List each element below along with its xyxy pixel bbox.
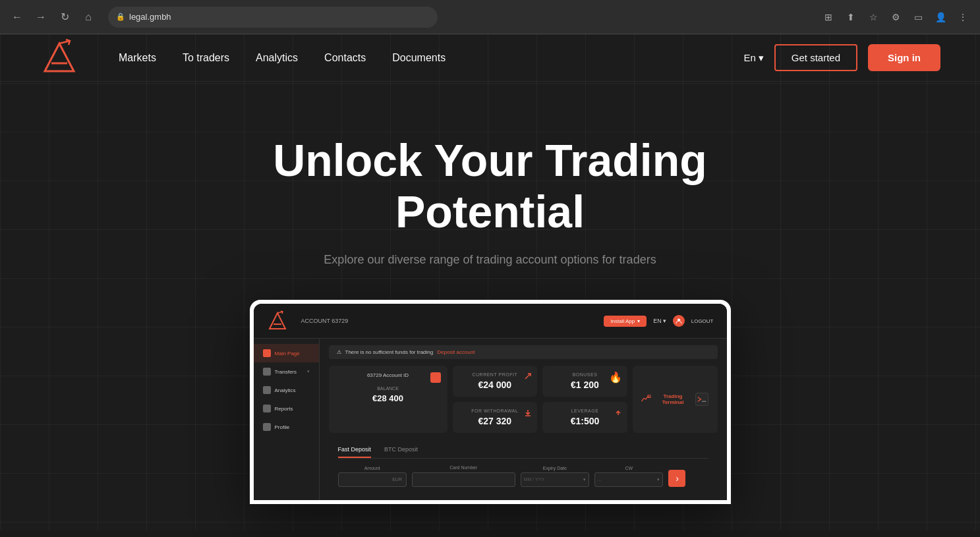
dash-alert-banner: ⚠ There is no sufficient funds for tradi… [329,345,718,359]
dash-user-icon [673,315,685,327]
cvv-placeholder: ... [598,477,602,482]
menu-icon[interactable]: ⋮ [954,8,972,26]
profile-icon [263,423,271,431]
translate-icon[interactable]: ⊞ [819,8,838,26]
amount-input-display: EUR [338,472,407,487]
dash-profit-card: CURRENT PROFIT €24 000 [453,366,538,397]
tab-icon[interactable]: ▭ [909,8,927,26]
dash-account-id: 63729 Account ID [337,372,440,378]
forward-button[interactable]: → [32,8,50,26]
dash-header-right: Install App ▾ EN ▾ [604,315,713,327]
cvv-field-group: CW ... ▾ [594,466,663,487]
logo-svg [40,38,79,78]
hero-section: Unlock Your Trading Potential Explore ou… [0,82,980,530]
dash-bonuses-card: BONUSES €1 200 🔥 [542,366,627,397]
chevron-down-icon: ▾ [759,52,764,64]
dash-deposit-section: Fast Deposit BTC Deposit Amount EUR [329,439,718,494]
fast-deposit-tab[interactable]: Fast Deposit [338,446,372,458]
hero-subtitle: Explore our diverse range of trading acc… [40,253,940,267]
nav-right: En ▾ Get started Sign in [743,44,940,71]
expiry-display: MM / YYY ▾ [521,472,589,487]
dashboard-inner: ACCOUNT 63729 Install App ▾ EN ▾ [254,304,727,500]
language-selector[interactable]: En ▾ [743,52,763,64]
svg-marker-0 [45,43,74,71]
dash-sidebar-analytics[interactable]: Analytics [254,381,319,399]
amount-suffix: EUR [392,477,402,482]
dash-logout-button[interactable]: LOGOUT [691,318,714,324]
dash-sidebar-label: Analytics [275,387,296,393]
nav-to-traders[interactable]: To traders [183,52,229,64]
fire-icon: 🔥 [609,371,622,383]
dash-body: Main Page Transfers ▾ Analytics [254,339,727,500]
expiry-placeholder: MM / YYY [524,477,544,482]
extensions-icon[interactable]: ⚙ [886,8,905,26]
dash-account-card: 63729 Account ID BALANCE €28 400 [329,366,447,433]
chart-icon [641,393,651,406]
main-page-icon [263,349,271,357]
chevron-down-icon: ▾ [637,318,640,324]
nav-analytics[interactable]: Analytics [256,52,298,64]
back-button[interactable]: ← [8,8,26,26]
dash-terminal-card[interactable]: Trading Terminal [633,366,718,433]
dash-withdrawal-value: €27 320 [461,416,530,426]
analytics-icon [263,386,271,394]
dash-main: ⚠ There is no sufficient funds for tradi… [320,339,727,500]
dash-copy-icon[interactable] [430,372,441,383]
dash-sidebar: Main Page Transfers ▾ Analytics [254,339,320,500]
dash-terminal-label: Trading Terminal [656,393,690,405]
amount-field-group: Amount EUR [338,466,407,487]
nav-contacts[interactable]: Contacts [324,52,366,64]
card-number-label: Card Number [412,465,515,470]
nav-documents[interactable]: Documents [392,52,446,64]
dash-sidebar-label: Main Page [275,351,300,356]
profit-arrow-icon [524,371,532,379]
transfers-icon [263,368,271,376]
dash-install-button[interactable]: Install App ▾ [604,316,647,327]
warning-icon: ⚠ [337,349,341,355]
dash-sidebar-reports[interactable]: Reports [254,399,319,418]
dash-sidebar-profile[interactable]: Profile [254,418,319,436]
dash-lang-selector[interactable]: EN ▾ [653,318,666,324]
browser-chrome: ← → ↻ ⌂ 🔒 legal.gmbh ⊞ ⬆ ☆ ⚙ ▭ 👤 ⋮ [0,0,980,34]
dash-alert-link[interactable]: Deposit account [437,349,475,355]
site-wrapper: Markets To traders Analytics Contacts Do… [0,34,980,530]
get-started-button[interactable]: Get started [774,44,857,71]
address-bar[interactable]: 🔒 legal.gmbh [108,7,438,28]
browser-actions: ⊞ ⬆ ☆ ⚙ ▭ 👤 ⋮ [819,8,972,26]
dash-balance-value: €28 400 [337,393,440,403]
profile-icon[interactable]: 👤 [931,8,950,26]
dash-deposit-tabs: Fast Deposit BTC Deposit [338,446,708,459]
dash-stats-grid: 63729 Account ID BALANCE €28 400 CURRENT… [329,366,718,433]
bookmark-icon[interactable]: ☆ [864,8,882,26]
hero-title: Unlock Your Trading Potential [260,134,721,237]
card-number-input[interactable] [412,472,515,487]
dash-sidebar-label: Transfers [275,369,297,375]
dash-leverage-label: LEVERAGE [550,409,620,413]
share-icon[interactable]: ⬆ [842,8,860,26]
dash-header: ACCOUNT 63729 Install App ▾ EN ▾ [254,304,727,339]
terminal-icon [695,390,709,409]
logo[interactable] [40,38,79,78]
download-icon [524,407,532,415]
cvv-display: ... ▾ [594,472,663,487]
amount-label: Amount [338,466,407,470]
dash-leverage-value: €1:500 [550,416,620,426]
dash-account-label: ACCOUNT 63729 [301,318,349,324]
nav-markets[interactable]: Markets [119,52,156,64]
chevron-down-icon: ▾ [583,477,586,482]
dash-sidebar-label: Profile [275,424,290,430]
home-button[interactable]: ⌂ [79,8,98,26]
svg-rect-8 [696,393,708,406]
navbar: Markets To traders Analytics Contacts Do… [0,34,980,82]
dash-profit-label: CURRENT PROFIT [461,372,530,377]
dash-sidebar-transfers[interactable]: Transfers ▾ [254,362,319,381]
dash-sidebar-main-page[interactable]: Main Page [254,344,319,362]
dash-sidebar-label: Reports [275,406,293,412]
url-text: legal.gmbh [129,12,171,22]
card-number-field-group: Card Number [412,465,515,487]
deposit-submit-button[interactable]: › [668,470,685,487]
dash-deposit-form: Amount EUR Card Number [338,465,708,487]
sign-in-button[interactable]: Sign in [868,44,940,71]
btc-deposit-tab[interactable]: BTC Deposit [384,446,418,458]
reload-button[interactable]: ↻ [55,8,74,26]
